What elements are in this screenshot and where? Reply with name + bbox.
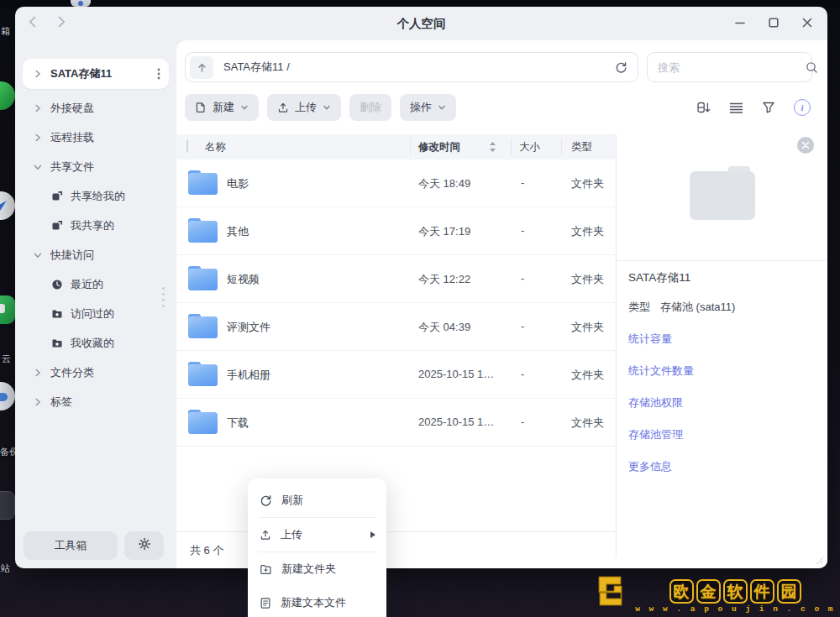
watermark-char: 件: [750, 579, 774, 604]
sidebar-item-shared-by-me[interactable]: 我共享的: [23, 213, 169, 238]
upload-button[interactable]: 上传: [267, 94, 341, 121]
sort-arrows-icon[interactable]: [489, 141, 496, 155]
minimize-button[interactable]: [732, 15, 747, 29]
window-resize-grip[interactable]: [815, 556, 823, 564]
sidebar-item-favorites[interactable]: 我收藏的: [23, 331, 169, 356]
sidebar-item-recent[interactable]: 最近的: [23, 272, 169, 297]
info-icon[interactable]: i: [794, 99, 811, 116]
sidebar-item-tags[interactable]: 标签: [23, 390, 169, 415]
desktop-cloud-icon[interactable]: [0, 382, 15, 410]
desktop-app-icon-green[interactable]: [0, 81, 15, 110]
search-field[interactable]: [647, 52, 812, 82]
delete-button[interactable]: 删除: [349, 94, 391, 121]
menu-item-new-text-file[interactable]: 新建文本文件: [248, 586, 386, 617]
window-title: 个人空间: [15, 7, 827, 40]
file-type: 文件夹: [571, 176, 604, 191]
chevron-down-icon: [240, 103, 249, 112]
link-pool-permissions[interactable]: 存储池权限: [628, 395, 819, 410]
refresh-icon: [260, 494, 272, 507]
sidebar-item-label: 共享文件: [50, 159, 94, 175]
link-stat-capacity[interactable]: 统计容量: [628, 332, 819, 347]
menu-item-new-folder[interactable]: 新建文件夹: [248, 552, 386, 586]
sidebar-item-file-categories[interactable]: 文件分类: [23, 360, 169, 385]
sidebar-item-quick-access[interactable]: 快捷访问: [23, 243, 169, 268]
sidebar-item-label: 我收藏的: [71, 336, 114, 351]
refresh-icon[interactable]: [615, 61, 627, 74]
compass-needle: [0, 197, 8, 212]
link-stat-file-count[interactable]: 统计文件数量: [628, 363, 819, 379]
table-row[interactable]: 其他 今天 17:19 - 文件夹: [176, 207, 616, 255]
table-row[interactable]: 下载 2025-10-15 1… - 文件夹: [176, 399, 616, 447]
new-button[interactable]: 新建: [185, 94, 259, 121]
sort-icon[interactable]: [696, 101, 711, 115]
sidebar-item-remote-mount[interactable]: 远程挂载: [23, 125, 169, 150]
link-pool-management[interactable]: 存储池管理: [628, 427, 819, 442]
desktop-chat-icon[interactable]: [0, 295, 15, 324]
table-row[interactable]: 短视频 今天 12:22 - 文件夹: [176, 255, 616, 303]
sidebar-item-label: 外接硬盘: [50, 101, 94, 116]
item-count: 共 6 个: [190, 543, 223, 558]
filter-icon[interactable]: [762, 101, 775, 114]
panel-close-button[interactable]: [797, 137, 814, 154]
watermark-char: 金: [696, 579, 721, 604]
sidebar-item-sata-storage[interactable]: SATA存储11: [23, 59, 169, 89]
file-name[interactable]: 电影: [227, 176, 249, 191]
menu-item-label: 新建文件夹: [281, 562, 336, 577]
search-icon[interactable]: [806, 61, 818, 74]
link-more-info[interactable]: 更多信息: [628, 459, 819, 474]
view-controls: i: [696, 99, 811, 116]
chevron-right-icon[interactable]: [33, 69, 43, 79]
header-type[interactable]: 类型: [571, 140, 592, 154]
toolbox-button[interactable]: 工具箱: [24, 531, 118, 560]
file-name[interactable]: 下载: [227, 416, 249, 431]
menu-item-refresh[interactable]: 刷新: [248, 484, 386, 517]
menu-item-label: 刷新: [281, 493, 303, 508]
search-input[interactable]: [658, 61, 806, 74]
actions-button[interactable]: 操作: [400, 94, 456, 121]
sidebar-item-shared-with-me[interactable]: 共享给我的: [23, 184, 169, 209]
file-modified: 2025-10-15 1…: [418, 368, 494, 380]
file-name[interactable]: 评测文件: [227, 320, 270, 335]
select-all-checkbox[interactable]: [186, 139, 188, 153]
desktop-terminal-icon[interactable]: [0, 491, 15, 520]
file-name[interactable]: 其他: [227, 224, 249, 239]
table-row[interactable]: 手机相册 2025-10-15 1… - 文件夹: [176, 351, 616, 399]
sidebar-item-label: 共享给我的: [71, 189, 125, 204]
table-row[interactable]: 评测文件 今天 04:39 - 文件夹: [176, 303, 616, 351]
dock-app-icon[interactable]: [71, 0, 91, 7]
go-up-button[interactable]: [190, 56, 213, 79]
settings-button[interactable]: [124, 531, 164, 560]
file-size: -: [521, 272, 524, 285]
table-row[interactable]: 电影 今天 18:49 - 文件夹: [176, 159, 616, 207]
chevron-down-icon: [33, 162, 43, 172]
sidebar-item-external-disk[interactable]: 外接硬盘: [23, 96, 169, 121]
file-name[interactable]: 短视频: [227, 272, 260, 287]
sidebar-item-label: 文件分类: [50, 365, 94, 380]
titlebar: 个人空间: [15, 7, 827, 40]
sidebar-item-visited[interactable]: 访问过的: [23, 301, 169, 327]
file-name[interactable]: 手机相册: [227, 368, 270, 383]
menu-item-upload[interactable]: 上传: [248, 518, 386, 552]
info-panel: SATA存储11 类型 存储池 (sata11) 统计容量 统计文件数量 存储池…: [617, 134, 827, 568]
maximize-button[interactable]: [766, 15, 780, 29]
watermark-char: 软: [723, 579, 748, 604]
upload-icon: [277, 102, 289, 113]
header-modified[interactable]: 修改时间: [418, 140, 460, 154]
panel-resize-handle[interactable]: [162, 287, 165, 307]
header-size[interactable]: 大小: [519, 140, 540, 154]
close-button[interactable]: [800, 15, 814, 29]
file-size: -: [521, 368, 524, 380]
more-options-icon[interactable]: [157, 67, 160, 81]
sidebar-item-label: 远程挂载: [50, 130, 94, 145]
breadcrumb[interactable]: SATA存储11 /: [185, 52, 638, 82]
upload-icon: [260, 529, 271, 541]
breadcrumb-path[interactable]: SATA存储11 /: [223, 60, 615, 75]
sidebar-item-shared-files[interactable]: 共享文件: [23, 154, 169, 180]
desktop-browser-icon[interactable]: [0, 191, 15, 220]
header-name[interactable]: 名称: [205, 140, 226, 154]
chat-bubble: [0, 304, 5, 313]
file-modified: 今天 17:19: [418, 224, 470, 239]
list-view-icon[interactable]: [729, 102, 743, 114]
table-header: 名称 修改时间 大小 类型: [176, 134, 616, 159]
file-size: -: [521, 320, 524, 332]
